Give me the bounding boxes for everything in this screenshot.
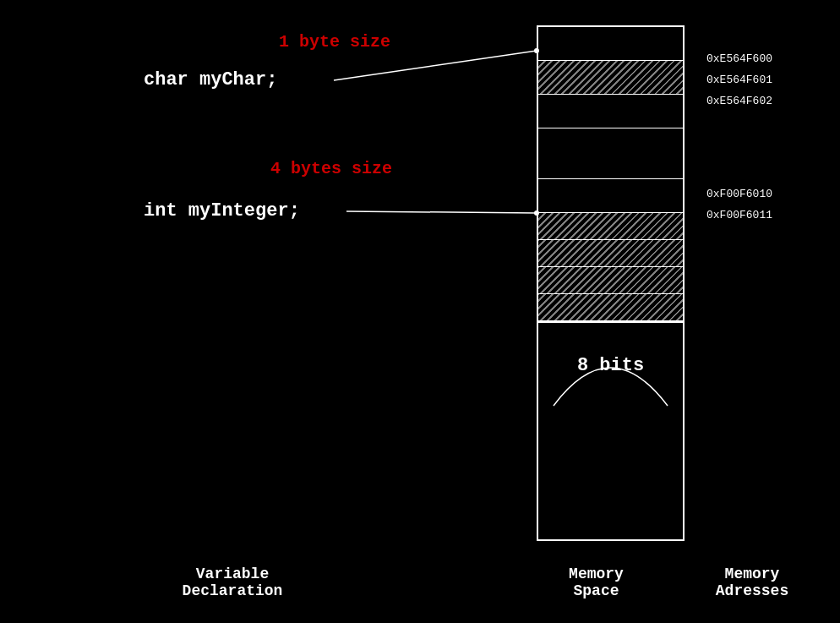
char-decl-label: char myChar;	[144, 69, 277, 90]
int-decl-label: int myInteger;	[144, 200, 300, 221]
addr-4: 0xF00F6010	[706, 188, 772, 200]
bottom-memory-space: Memory Space	[522, 566, 670, 599]
size-1byte-label: 1 byte size	[279, 32, 390, 52]
bottom-memory-addr: Memory Adresses	[689, 566, 815, 599]
memory-box	[537, 25, 685, 541]
mem-row-char	[538, 61, 683, 95]
mem-row-5	[538, 179, 683, 213]
mem-row-int-4	[538, 294, 683, 321]
bits-label: 8 bits	[537, 355, 685, 376]
mem-row-4	[538, 128, 683, 179]
svg-overlay	[0, 0, 840, 623]
addr-1: 0xE564F600	[706, 52, 772, 65]
mem-row-after-int	[538, 321, 683, 323]
size-4bytes-label: 4 bytes size	[270, 159, 392, 178]
mem-row-int-2	[538, 240, 683, 267]
mem-row-1	[538, 27, 683, 61]
mem-row-3	[538, 95, 683, 128]
bottom-var-decl: Variable Declaration	[165, 566, 300, 599]
addr-2: 0xE564F601	[706, 74, 772, 86]
svg-line-0	[334, 51, 537, 80]
addr-5: 0xF00F6011	[706, 209, 772, 221]
mem-row-int-3	[538, 267, 683, 294]
addr-3: 0xE564F602	[706, 95, 772, 107]
mem-row-int-1	[538, 213, 683, 240]
svg-line-2	[346, 211, 537, 213]
scene: 1 byte size char myChar; 4 bytes size in…	[0, 0, 840, 623]
